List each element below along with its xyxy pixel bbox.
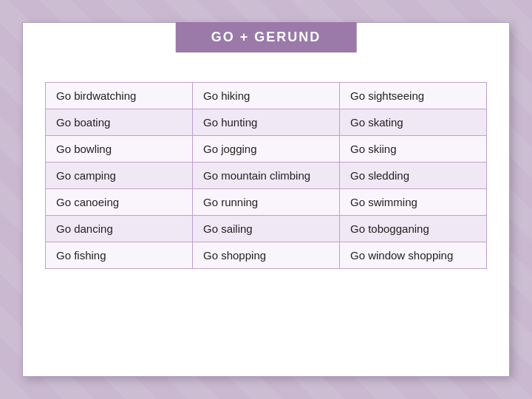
table-cell: Go window shopping bbox=[340, 242, 487, 269]
table-cell: Go camping bbox=[46, 163, 193, 189]
slide-title: GO + GERUND bbox=[176, 22, 357, 52]
table-cell: Go bowling bbox=[46, 136, 193, 163]
table-cell: Go hunting bbox=[193, 109, 340, 136]
table-cell: Go sailing bbox=[193, 216, 340, 242]
table-cell: Go sledding bbox=[340, 163, 487, 189]
table-cell: Go boating bbox=[46, 109, 193, 136]
table-row: Go boatingGo huntingGo skating bbox=[46, 109, 487, 136]
table-cell: Go mountain climbing bbox=[193, 163, 340, 189]
table-cell: Go fishing bbox=[46, 242, 193, 269]
table-cell: Go swimming bbox=[340, 189, 487, 216]
table-cell: Go birdwatching bbox=[46, 83, 193, 109]
table-row: Go birdwatchingGo hikingGo sightseeing bbox=[46, 83, 487, 109]
table-row: Go canoeingGo runningGo swimming bbox=[46, 189, 487, 216]
gerund-table: Go birdwatchingGo hikingGo sightseeingGo… bbox=[45, 82, 487, 269]
table-cell: Go tobogganing bbox=[340, 216, 487, 242]
table-cell: Go running bbox=[193, 189, 340, 216]
table-row: Go bowlingGo joggingGo skiing bbox=[46, 136, 487, 163]
table-row: Go campingGo mountain climbingGo sleddin… bbox=[46, 163, 487, 189]
slide-container: GO + GERUND Go birdwatchingGo hikingGo s… bbox=[22, 22, 510, 377]
table-cell: Go dancing bbox=[46, 216, 193, 242]
table-cell: Go shopping bbox=[193, 242, 340, 269]
content-area: Go birdwatchingGo hikingGo sightseeingGo… bbox=[23, 67, 509, 284]
table-cell: Go skiing bbox=[340, 136, 487, 163]
table-row: Go fishingGo shoppingGo window shopping bbox=[46, 242, 487, 269]
table-cell: Go skating bbox=[340, 109, 487, 136]
table-cell: Go canoeing bbox=[46, 189, 193, 216]
table-cell: Go hiking bbox=[193, 83, 340, 109]
table-cell: Go sightseeing bbox=[340, 83, 487, 109]
table-cell: Go jogging bbox=[193, 136, 340, 163]
table-row: Go dancingGo sailingGo tobogganing bbox=[46, 216, 487, 242]
